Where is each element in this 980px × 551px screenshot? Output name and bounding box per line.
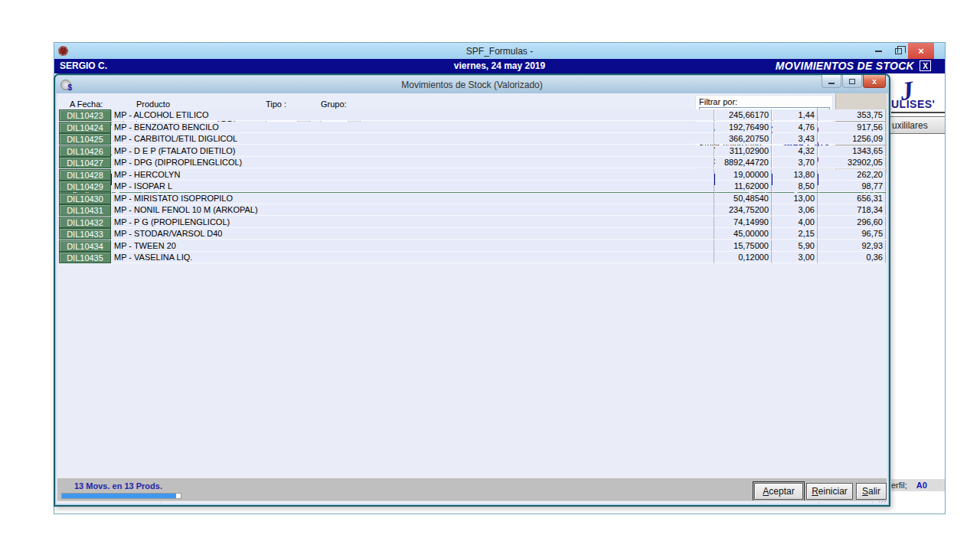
table-row[interactable]: DIL10432MP - P G (PROPILENGLICOL)74,1499…	[59, 217, 885, 229]
ulises-logo-text: ULISES'	[891, 98, 935, 110]
cell-codigo: DIL10434	[59, 240, 111, 252]
cell-denominacion: MP - CARBITOL/ETIL DIGLICOL	[112, 133, 714, 145]
app-restore-button[interactable]	[888, 43, 908, 59]
cell-valor: 353,75	[818, 109, 886, 121]
app-minimize-button[interactable]	[868, 43, 888, 59]
cell-denominacion: MP - ISOPAR L	[112, 181, 714, 192]
progress-fill	[62, 494, 176, 498]
status-bar: 13 Movs. en 13 Prods. Aceptar Reiniciar …	[57, 478, 887, 500]
cell-stock: 74,14990	[715, 217, 772, 228]
table-row[interactable]: DIL10431MP - NONIL FENOL 10 M (ARKOPAL)2…	[59, 204, 885, 217]
module-banner: SERGIO C. viernes, 24 may 2019 MOVIMIENT…	[54, 59, 945, 73]
cell-valor: 262,20	[818, 169, 886, 181]
cell-stock: 11,62000	[715, 181, 772, 192]
cell-denominacion: MP - STODAR/VARSOL D40	[112, 228, 714, 240]
aceptar-button[interactable]: Aceptar	[754, 483, 803, 500]
cell-codigo: DIL10425	[59, 133, 111, 145]
banner-module-title: MOVIMIENTOS DE STOCK	[776, 60, 914, 72]
dialog-maximize-button[interactable]	[842, 75, 862, 88]
cell-stock: 8892,44720	[715, 157, 772, 168]
cell-valor: 0,36	[818, 252, 886, 263]
cell-denominacion: MP - P G (PROPILENGLICOL)	[112, 217, 714, 228]
table-row[interactable]: DIL10434MP - TWEEN 2015,750005,9092,93	[59, 240, 885, 253]
table-row[interactable]: DIL10427MP - DPG (DIPROPILENGLICOL)8892,…	[59, 157, 885, 169]
salir-button[interactable]: Salir	[856, 483, 887, 500]
resize-grip-icon[interactable]	[879, 501, 886, 503]
app-icon	[58, 46, 68, 56]
banner-close-button[interactable]: X	[920, 60, 931, 71]
table-rows: DIL10423MP - ALCOHOL ETILICO245,661701,4…	[59, 109, 885, 264]
perfil-strip: erfil; A0	[891, 479, 945, 491]
cell-costo: 2,15	[773, 228, 818, 240]
table-row[interactable]: DIL10426MP - D E P (FTALATO DIETILO)311,…	[59, 145, 885, 158]
cell-stock: 311,02900	[715, 145, 772, 157]
cell-stock: 366,20750	[715, 133, 772, 145]
cell-stock: 15,75000	[715, 240, 772, 252]
cell-denominacion: MP - DPG (DIPROPILENGLICOL)	[112, 157, 714, 168]
cell-costo: 13,00	[773, 193, 818, 204]
bottom-scroll-strip[interactable]	[57, 500, 887, 503]
dialog-titlebar[interactable]: $ Movimientos de Stock (Valorizado)	[56, 76, 888, 93]
cell-codigo: DIL10435	[59, 252, 111, 263]
cell-valor: 296,60	[818, 217, 886, 228]
logo-divider	[891, 112, 945, 113]
cell-denominacion: MP - BENZOATO BENCILO	[112, 122, 714, 133]
tipo-label: Tipo :	[266, 99, 286, 109]
table-row[interactable]: DIL10424MP - BENZOATO BENCILO192,764904,…	[59, 122, 885, 134]
cell-denominacion: MP - D E P (FTALATO DIETILO)	[112, 145, 714, 157]
table-row[interactable]: DIL10430MP - MIRISTATO ISOPROPILO50,4854…	[59, 193, 885, 205]
cell-stock: 0,12000	[715, 252, 772, 263]
cell-codigo: DIL10433	[59, 228, 111, 240]
dialog-content: A Fecha: 24/05/2017 ▼ Producto Tipo : MP…	[57, 93, 887, 503]
auxiliares-button[interactable]: uxililares	[890, 116, 945, 134]
cell-costo: 3,06	[773, 204, 818, 216]
cell-costo: 8,50	[773, 181, 818, 192]
table-row[interactable]: DIL10423MP - ALCOHOL ETILICO245,661701,4…	[59, 109, 885, 122]
cell-codigo: DIL10432	[59, 217, 111, 228]
cell-denominacion: MP - NONIL FENOL 10 M (ARKOPAL)	[112, 204, 714, 216]
dialog-minimize-button[interactable]	[822, 75, 841, 88]
grupo-label: Grupo:	[321, 99, 347, 109]
cell-denominacion: MP - MIRISTATO ISOPROPILO	[112, 193, 714, 204]
cell-costo: 3,70	[773, 157, 818, 168]
cell-valor: 98,77	[818, 181, 886, 192]
cell-costo: 13,80	[773, 169, 818, 181]
table-row[interactable]: DIL10429MP - ISOPAR L11,620008,5098,77	[59, 181, 885, 193]
cell-codigo: DIL10430	[59, 193, 111, 204]
cell-valor: 92,93	[818, 240, 886, 252]
cell-denominacion: MP - ALCOHOL ETILICO	[112, 109, 714, 121]
cell-stock: 50,48540	[715, 193, 772, 204]
cell-valor: 917,56	[818, 122, 886, 133]
minimize-icon	[875, 51, 882, 52]
cell-valor: 1256,09	[818, 133, 886, 145]
cell-costo: 4,76	[773, 122, 818, 133]
cell-denominacion: MP - VASELINA LIQ.	[112, 252, 714, 263]
cell-codigo: DIL10427	[59, 157, 111, 168]
restore-icon	[895, 48, 902, 54]
dialog-close-button[interactable]: x	[863, 75, 886, 88]
cell-costo: 3,00	[773, 252, 818, 263]
table-row[interactable]: DIL10425MP - CARBITOL/ETIL DIGLICOL366,2…	[59, 133, 885, 145]
cell-stock: 245,66170	[715, 109, 772, 121]
cell-costo: 3,43	[773, 133, 818, 145]
stock-dialog: $ Movimientos de Stock (Valorizado) x A …	[54, 73, 890, 507]
cell-costo: 4,00	[773, 217, 818, 228]
table-row[interactable]: DIL10428MP - HERCOLYN19,0000013,80262,20	[59, 169, 885, 181]
minimize-icon	[828, 83, 835, 84]
close-icon: x	[872, 77, 877, 86]
table-row[interactable]: DIL10435MP - VASELINA LIQ.0,120003,000,3…	[59, 252, 885, 264]
cell-stock: 234,75200	[715, 204, 772, 216]
app-close-button[interactable]: ×	[908, 43, 934, 59]
table-row[interactable]: DIL10433MP - STODAR/VARSOL D4045,000002,…	[59, 228, 885, 240]
reiniciar-button[interactable]: Reiniciar	[806, 483, 853, 500]
cell-valor: 32902,05	[818, 157, 886, 168]
cell-valor: 96,75	[818, 228, 886, 240]
maximize-icon	[849, 79, 855, 84]
a-fecha-label: A Fecha:	[70, 99, 103, 109]
cell-codigo: DIL10426	[59, 145, 111, 157]
progress-bar	[61, 493, 181, 499]
cell-denominacion: MP - TWEEN 20	[112, 240, 714, 252]
cell-codigo: DIL10429	[59, 181, 111, 192]
cell-codigo: DIL10431	[59, 204, 111, 216]
filtrar-label: Filtrar por:	[699, 97, 737, 106]
